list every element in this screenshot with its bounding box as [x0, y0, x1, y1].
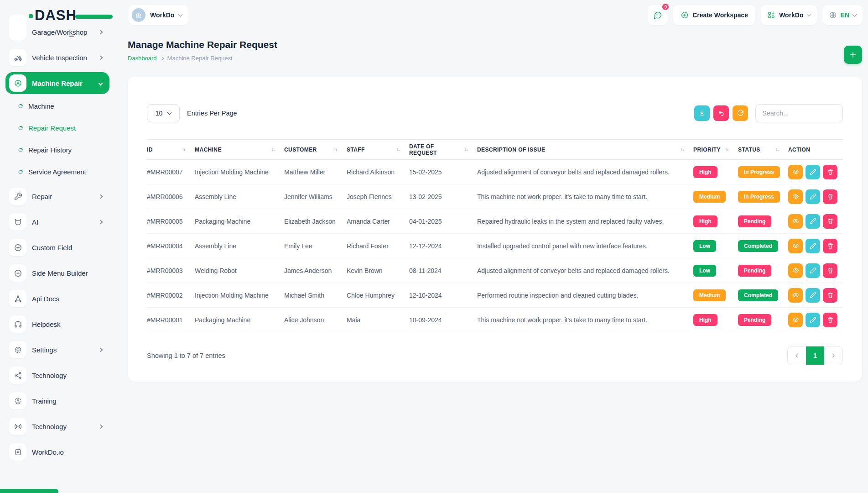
plus-icon [849, 51, 857, 59]
sidebar-item-icon-box [9, 443, 26, 461]
sidebar-item[interactable]: Settings [5, 339, 109, 361]
ai-icon [14, 218, 22, 226]
sidebar-item[interactable]: Api Docs [5, 288, 109, 309]
sidebar-item-icon-box [9, 213, 26, 231]
edit-button[interactable] [806, 165, 820, 179]
edit-button[interactable] [806, 263, 820, 278]
cell-date: 04-01-2025 [409, 209, 477, 234]
next-page-button[interactable] [824, 346, 842, 365]
sidebar-item[interactable]: Repair History [5, 142, 109, 158]
delete-button[interactable] [823, 313, 837, 327]
eye-icon [792, 242, 799, 249]
sidebar-item-icon-box [17, 168, 24, 175]
cell-id: #MRR00005 [147, 209, 195, 234]
entries-summary: Showing 1 to 7 of 7 entries [147, 352, 225, 359]
sidebar-item-label: Side Menu Builder [32, 269, 88, 277]
sidebar-item[interactable]: WorkDo.io [5, 441, 109, 463]
eye-icon [792, 292, 799, 299]
column-header-staff[interactable]: STAFF [347, 140, 409, 160]
sidebar-item-label: Vehicle Inspection [32, 54, 87, 62]
column-header-date[interactable]: DATE OF REQUEST [409, 140, 477, 160]
delete-button[interactable] [823, 288, 837, 303]
messages-button[interactable]: 0 [648, 5, 668, 25]
column-header-status[interactable]: STATUS [738, 140, 788, 160]
view-button[interactable] [788, 165, 803, 179]
grid-plus-icon [767, 11, 775, 19]
sidebar-item[interactable]: Vehicle Inspection [5, 47, 109, 68]
sidebar-item[interactable]: Helpdesk [5, 313, 109, 335]
trash-icon [827, 218, 834, 225]
column-header-description[interactable]: DESCRIPTION OF ISSUE [477, 140, 693, 160]
cell-description: Installed upgraded control panel with ne… [477, 234, 693, 258]
eye-icon [792, 193, 799, 200]
sidebar-item[interactable]: Technology [5, 415, 109, 437]
search-input[interactable] [755, 104, 843, 122]
plus-circle-icon [14, 269, 22, 278]
breadcrumb-current: Machine Repair Request [167, 55, 233, 62]
edit-button[interactable] [806, 239, 820, 253]
sidebar-item-partial[interactable] [9, 15, 26, 38]
language-dropdown[interactable]: EN [822, 5, 863, 25]
edit-button[interactable] [806, 214, 820, 229]
sidebar-item-label: Settings [32, 346, 57, 354]
cell-description: Adjusted alignment of conveyor belts and… [477, 160, 693, 184]
priority-badge: High [693, 166, 717, 178]
logo[interactable]: DASH [29, 7, 77, 24]
edit-button[interactable] [806, 189, 820, 204]
sidebar: DASH Garage/Workshop Vehicle Inspection [0, 0, 115, 493]
edit-button[interactable] [806, 288, 820, 303]
current-page-button[interactable]: 1 [806, 346, 824, 365]
view-button[interactable] [788, 288, 803, 303]
cell-date: 10-09-2024 [409, 308, 477, 332]
view-button[interactable] [788, 189, 803, 204]
sidebar-item[interactable]: Service Agreement [5, 163, 109, 180]
sidebar-item-icon-box [9, 49, 26, 66]
column-header-machine[interactable]: MACHINE [195, 140, 284, 160]
view-button[interactable] [788, 239, 803, 253]
reset-button[interactable] [713, 105, 729, 121]
view-button[interactable] [788, 214, 803, 229]
sidebar-item[interactable]: Side Menu Builder [5, 262, 109, 284]
chevron-down-icon [806, 12, 811, 17]
priority-badge: Low [693, 240, 716, 252]
sidebar-item-icon-box [9, 290, 26, 307]
delete-button[interactable] [823, 214, 837, 229]
sort-icon [181, 147, 187, 152]
delete-button[interactable] [823, 263, 837, 278]
column-header-customer[interactable]: CUSTOMER [284, 140, 347, 160]
sidebar-item[interactable]: Machine Repair [5, 72, 109, 94]
cell-customer: Emily Lee [284, 234, 347, 258]
column-header-priority[interactable]: PRIORITY [693, 140, 738, 160]
breadcrumb-dashboard-link[interactable]: Dashboard [128, 55, 157, 62]
table-row: #MRR00005 Packaging Machine Elizabeth Ja… [147, 209, 843, 234]
apps-dropdown[interactable]: WorkDo [761, 5, 816, 25]
export-button[interactable] [694, 105, 710, 121]
view-button[interactable] [788, 313, 803, 327]
previous-page-button[interactable] [788, 346, 806, 365]
sidebar-item[interactable]: Custom Field [5, 236, 109, 258]
view-button[interactable] [788, 263, 803, 278]
sidebar-item[interactable]: Training [5, 390, 109, 412]
edit-button[interactable] [806, 313, 820, 327]
column-header-id[interactable]: ID [147, 140, 195, 160]
cell-id: #MRR00004 [147, 234, 195, 258]
entries-per-page-select[interactable]: 10 [147, 104, 180, 122]
delete-button[interactable] [823, 239, 837, 253]
chevron-down-icon [178, 12, 183, 17]
sidebar-item[interactable]: Technology [5, 364, 109, 386]
sidebar-item[interactable]: Repair Request [5, 120, 109, 136]
workspace-avatar [132, 8, 146, 22]
sidebar-nav: Garage/Workshop Vehicle Inspection Machi… [0, 21, 115, 463]
cell-id: #MRR00003 [147, 258, 195, 283]
cell-staff: Kevin Brown [347, 258, 409, 283]
sidebar-item[interactable]: AI [5, 211, 109, 233]
sidebar-item[interactable]: Repair [5, 185, 109, 207]
delete-button[interactable] [823, 165, 837, 179]
sidebar-item[interactable]: Machine [5, 98, 109, 114]
add-request-button[interactable] [844, 46, 862, 64]
workspace-selector[interactable]: WorkDo [129, 5, 188, 25]
language-label: EN [841, 11, 849, 19]
create-workspace-button[interactable]: Create Workspace [673, 5, 755, 25]
delete-button[interactable] [823, 189, 837, 204]
refresh-button[interactable] [733, 105, 748, 121]
